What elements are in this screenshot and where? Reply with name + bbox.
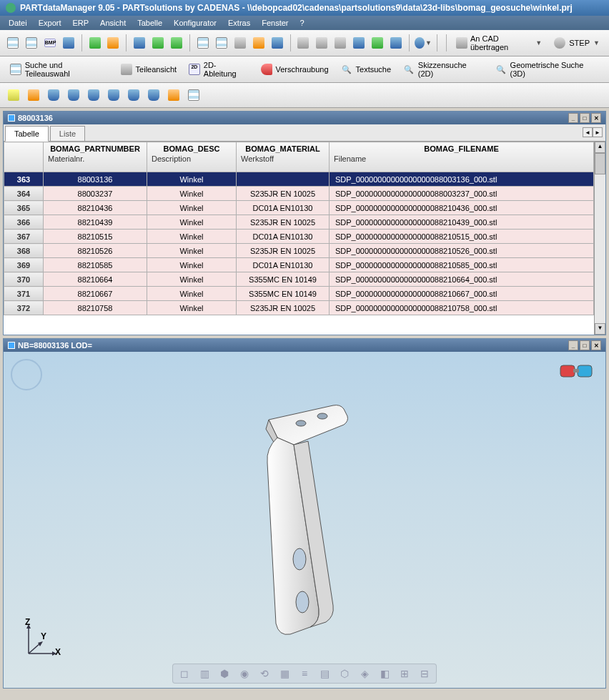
cell-rownum[interactable]: 365	[4, 201, 44, 215]
tab-nav-left[interactable]: ◄	[583, 127, 593, 137]
view-btn-2[interactable]: ▥	[197, 666, 212, 681]
header-partnumber[interactable]: BOMAG_PARTNUMBERMaterialnr.	[44, 142, 147, 172]
search-parts-button[interactable]: Suche und Teileauswahl	[4, 59, 114, 79]
db-btn-10[interactable]	[184, 86, 203, 104]
view-btn-9[interactable]: ⬡	[337, 666, 352, 681]
scroll-down-icon[interactable]: ▼	[595, 323, 605, 335]
cad-format-button[interactable]: STEP ▼	[548, 33, 605, 53]
toolbar-btn-14[interactable]	[269, 34, 286, 52]
toolbar-btn-12[interactable]	[232, 34, 249, 52]
view-btn-12[interactable]: ⊞	[397, 666, 412, 681]
toolbar-btn-globe[interactable]: ▼	[414, 34, 432, 52]
cell-desc[interactable]: Winkel	[147, 230, 237, 244]
cell-material[interactable]: DC01A EN10130	[237, 230, 330, 244]
table-panel-header[interactable]: 88003136 _ □ ✕	[4, 112, 605, 124]
menu-konfigurator[interactable]: Konfigurator	[168, 17, 222, 29]
toolbar-btn-7[interactable]	[131, 34, 148, 52]
toolbar-btn-18[interactable]	[350, 34, 367, 52]
toolbar-btn-1[interactable]	[4, 34, 21, 52]
view-btn-8[interactable]: ▤	[317, 666, 332, 681]
menu-tabelle[interactable]: Tabelle	[132, 17, 168, 29]
part-view-button[interactable]: Teileansicht	[115, 59, 182, 79]
toolbar-btn-8[interactable]	[149, 34, 167, 52]
cell-material[interactable]: DC01A EN10130	[237, 201, 330, 215]
cell-rownum[interactable]: 372	[4, 301, 44, 315]
toolbar-btn-16[interactable]	[313, 34, 330, 52]
toolbar-btn-2[interactable]	[23, 34, 40, 52]
toolbar-btn-17[interactable]	[332, 34, 349, 52]
table-row[interactable]: 37288210758WinkelS235JR EN 10025SDP_0000…	[4, 301, 594, 315]
cell-material[interactable]: S235JR EN 10025	[237, 301, 330, 315]
cell-material[interactable]: S235JR EN 10025	[237, 187, 330, 201]
menu-fenster[interactable]: Fenster	[256, 17, 294, 29]
toolbar-btn-10[interactable]	[194, 34, 212, 52]
text-search-button[interactable]: 🔍 Textsuche	[335, 59, 397, 79]
toolbar-btn-5[interactable]	[86, 34, 104, 52]
cell-partnumber[interactable]: 88210439	[44, 215, 147, 230]
sketch-search-button[interactable]: 🔍 Skizzensuche (2D)	[397, 59, 488, 79]
cell-rownum[interactable]: 363	[4, 172, 44, 187]
view-btn-3[interactable]: ⬢	[217, 666, 232, 681]
cell-partnumber[interactable]: 88210526	[44, 244, 147, 258]
maximize-button[interactable]: □	[580, 340, 590, 350]
cell-desc[interactable]: Winkel	[147, 201, 237, 215]
cell-desc[interactable]: Winkel	[147, 272, 237, 287]
tab-nav-right[interactable]: ►	[593, 127, 603, 137]
screw-button[interactable]: Verschraubung	[255, 59, 334, 79]
header-filename[interactable]: BOMAG_FILENAMEFilename	[330, 142, 594, 172]
vertical-scrollbar[interactable]: ▲ ▼	[594, 142, 605, 335]
cell-filename[interactable]: SDP_00000000000000000088210585_000.stl	[330, 258, 594, 272]
toolbar-btn-13[interactable]	[250, 34, 267, 52]
cad-transfer-button[interactable]: An CAD übertragen ▼	[451, 33, 548, 53]
table-row[interactable]: 36888210526WinkelS235JR EN 10025SDP_0000…	[4, 244, 594, 258]
cell-rownum[interactable]: 368	[4, 244, 44, 258]
toolbar-btn-9[interactable]	[168, 34, 185, 52]
cell-partnumber[interactable]: 88210664	[44, 272, 147, 287]
cell-desc[interactable]: Winkel	[147, 287, 237, 301]
toolbar-btn-bmp[interactable]: BMP	[41, 34, 59, 52]
cell-rownum[interactable]: 364	[4, 187, 44, 201]
maximize-button[interactable]: □	[580, 113, 590, 123]
tab-liste[interactable]: Liste	[50, 126, 85, 141]
menu-datei[interactable]: Datei	[3, 17, 33, 29]
menu-ansicht[interactable]: Ansicht	[94, 17, 132, 29]
view-btn-5[interactable]: ⟲	[257, 666, 272, 681]
cell-filename[interactable]: SDP_00000000000000000088210664_000.stl	[330, 272, 594, 287]
cell-filename[interactable]: SDP_00000000000000000088210667_000.stl	[330, 287, 594, 301]
menu-erp[interactable]: ERP	[66, 17, 94, 29]
cell-filename[interactable]: SDP_00000000000000000088210526_000.stl	[330, 244, 594, 258]
cell-material[interactable]: S355MC EN 10149	[237, 287, 330, 301]
view-btn-7[interactable]: ≡	[297, 666, 312, 681]
cell-partnumber[interactable]: 88003237	[44, 187, 147, 201]
viewport-3d[interactable]: Z Y X ◻ ▥ ⬢ ◉ ⟲ ▦ ≡ ▤ ⬡ ◈ ◧ ⊞ ⊟	[4, 352, 605, 688]
db-btn-1[interactable]	[4, 86, 23, 104]
view-btn-13[interactable]: ⊟	[417, 666, 432, 681]
db-btn-8[interactable]	[144, 86, 163, 104]
cell-partnumber[interactable]: 88210436	[44, 201, 147, 215]
table-row[interactable]: 37188210667WinkelS355MC EN 10149SDP_0000…	[4, 287, 594, 301]
cell-material[interactable]: S355MC EN 10149	[237, 272, 330, 287]
cell-rownum[interactable]: 370	[4, 272, 44, 287]
header-material[interactable]: BOMAG_MATERIALWerkstoff	[237, 142, 330, 172]
toolbar-btn-11[interactable]	[213, 34, 230, 52]
menu-?[interactable]: ?	[294, 17, 310, 29]
header-rownum[interactable]	[4, 142, 44, 172]
cell-filename[interactable]: SDP_00000000000000000088003136_000.stl	[330, 172, 594, 187]
cell-partnumber[interactable]: 88003136	[44, 172, 147, 187]
toolbar-btn-20[interactable]	[387, 34, 405, 52]
cell-material[interactable]	[237, 172, 330, 187]
table-row[interactable]: 36588210436WinkelDC01A EN10130SDP_000000…	[4, 201, 594, 215]
db-btn-3[interactable]	[44, 86, 63, 104]
cell-rownum[interactable]: 367	[4, 230, 44, 244]
table-row[interactable]: 36488003237WinkelS235JR EN 10025SDP_0000…	[4, 187, 594, 201]
cell-filename[interactable]: SDP_00000000000000000088210758_000.stl	[330, 301, 594, 315]
menu-export[interactable]: Export	[33, 17, 67, 29]
cell-filename[interactable]: SDP_00000000000000000088210439_000.stl	[330, 215, 594, 230]
cell-partnumber[interactable]: 88210515	[44, 230, 147, 244]
cell-rownum[interactable]: 371	[4, 287, 44, 301]
db-btn-7[interactable]	[124, 86, 143, 104]
cell-partnumber[interactable]: 88210667	[44, 287, 147, 301]
toolbar-btn-4[interactable]	[60, 34, 77, 52]
close-button[interactable]: ✕	[591, 340, 601, 350]
stereo-3d-icon[interactable]	[559, 363, 595, 383]
